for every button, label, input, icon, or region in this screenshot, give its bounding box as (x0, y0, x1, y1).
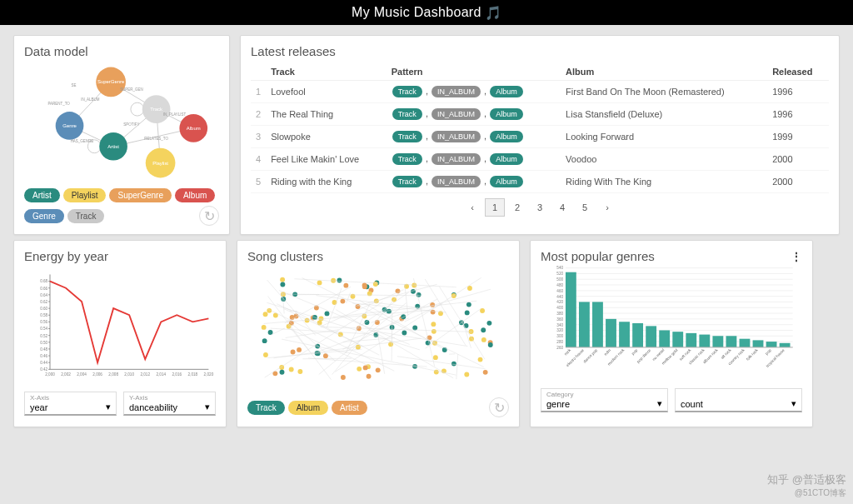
svg-text:0.60: 0.60 (40, 307, 47, 311)
svg-text:dance pop: dance pop (582, 348, 598, 364)
music-icon: 🎵 (485, 5, 501, 21)
reload-icon[interactable]: ↻ (489, 397, 509, 417)
svg-point-160 (442, 347, 447, 352)
svg-line-220 (397, 357, 486, 369)
svg-rect-300 (766, 342, 777, 347)
svg-point-170 (465, 310, 470, 315)
svg-text:2,012: 2,012 (140, 372, 150, 377)
svg-text:2,018: 2,018 (188, 372, 198, 377)
svg-text:420: 420 (556, 300, 563, 304)
svg-point-120 (280, 282, 285, 287)
svg-line-236 (357, 292, 409, 329)
svg-point-104 (466, 302, 471, 307)
svg-text:0.66: 0.66 (40, 287, 47, 291)
svg-text:460: 460 (556, 289, 563, 293)
svg-line-237 (321, 327, 472, 332)
genres-bar-chart: 2602803003203403603804004204404604805005… (541, 263, 802, 382)
header-title: My Music Dashboard (352, 5, 481, 20)
svg-line-201 (267, 349, 362, 357)
x-axis-select[interactable]: X-Axis year▾ (24, 392, 117, 416)
svg-text:360: 360 (556, 317, 563, 322)
table-row[interactable]: 5Riding with the KingTrack , IN_ALBUM , … (251, 171, 829, 193)
svg-line-230 (347, 292, 351, 303)
genres-card: Most popular genres ⋮ 260280300320340360… (530, 240, 813, 427)
svg-text:PARENT_TO: PARENT_TO (47, 102, 70, 106)
svg-text:520: 520 (556, 272, 563, 276)
svg-text:2,004: 2,004 (77, 372, 87, 377)
category-select[interactable]: Category genre▾ (541, 388, 668, 412)
svg-point-158 (325, 311, 330, 316)
chip-track[interactable]: Track (67, 209, 105, 223)
svg-rect-294 (726, 336, 737, 347)
table-row[interactable]: 3SlowpokeTrack , IN_ALBUM , AlbumLooking… (251, 126, 829, 148)
svg-point-124 (289, 367, 294, 372)
pager-page[interactable]: 1 (485, 198, 505, 217)
y-axis-select[interactable]: Y-Axis danceability▾ (123, 392, 216, 416)
svg-text:540: 540 (556, 266, 563, 270)
svg-point-150 (291, 350, 296, 355)
svg-point-179 (262, 338, 267, 343)
kebab-menu-icon[interactable]: ⋮ (791, 250, 802, 263)
cluster-graph[interactable] (247, 268, 509, 389)
svg-text:pop dance: pop dance (636, 348, 651, 364)
svg-point-84 (280, 370, 285, 375)
col-header: Released (767, 63, 829, 81)
svg-point-116 (263, 352, 268, 357)
table-row[interactable]: 2The Real ThingTrack , IN_ALBUM , AlbumL… (251, 103, 829, 126)
svg-text:300: 300 (556, 334, 563, 338)
pager-page[interactable]: 4 (552, 198, 572, 217)
data-model-graph[interactable]: SuperGenreTrackGenreAlbumArtistPlaylistS… (24, 63, 219, 180)
chip-genre[interactable]: Genre (24, 209, 64, 223)
svg-point-73 (356, 304, 361, 309)
svg-point-177 (412, 325, 417, 330)
svg-text:SE: SE (72, 83, 77, 87)
chip-album[interactable]: Album (288, 401, 328, 415)
table-row[interactable]: 1LovefoolTrack , IN_ALBUM , AlbumFirst B… (251, 81, 829, 103)
svg-line-183 (268, 309, 394, 371)
svg-point-111 (373, 282, 378, 287)
chip-album[interactable]: Album (175, 188, 215, 202)
watermark: 知乎 @普适极客 @51CTO博客 (767, 472, 846, 499)
table-row[interactable]: 4Feel Like Makin' LoveTrack , IN_ALBUM ,… (251, 148, 829, 171)
svg-rect-286 (672, 332, 683, 347)
svg-line-192 (369, 331, 467, 347)
pager-prev[interactable]: ‹ (462, 198, 482, 217)
chip-supergenre[interactable]: SuperGenre (109, 188, 171, 202)
svg-rect-282 (646, 326, 656, 347)
svg-point-139 (351, 294, 356, 299)
svg-point-143 (357, 367, 362, 372)
svg-point-130 (362, 282, 367, 287)
svg-line-187 (277, 304, 292, 311)
pager-next[interactable]: › (597, 198, 617, 217)
svg-text:500: 500 (556, 277, 563, 282)
svg-text:0.56: 0.56 (40, 320, 47, 324)
svg-rect-280 (632, 323, 643, 347)
svg-rect-278 (619, 322, 630, 347)
chip-track[interactable]: Track (247, 401, 285, 415)
metric-select[interactable]: count▾ (675, 388, 802, 412)
svg-point-74 (412, 283, 417, 288)
col-header: Pattern (387, 63, 561, 81)
svg-point-133 (363, 365, 368, 370)
svg-text:440: 440 (556, 295, 563, 299)
chip-playlist[interactable]: Playlist (63, 188, 107, 202)
svg-text:0.44: 0.44 (40, 361, 47, 365)
svg-point-105 (297, 347, 302, 352)
svg-text:Track: Track (150, 107, 162, 112)
svg-text:pop: pop (765, 348, 772, 356)
pager-page[interactable]: 2 (507, 198, 527, 217)
svg-line-235 (282, 339, 456, 375)
chip-artist[interactable]: Artist (24, 188, 60, 202)
svg-rect-298 (753, 340, 764, 347)
svg-text:0.68: 0.68 (40, 279, 47, 283)
svg-point-80 (415, 304, 420, 309)
svg-text:2,000: 2,000 (45, 372, 55, 377)
svg-point-132 (433, 355, 438, 360)
pager-page[interactable]: 3 (530, 198, 550, 217)
energy-card: Energy by year 0.420.440.460.480.500.520… (13, 240, 227, 427)
svg-point-125 (376, 367, 381, 372)
pager-page[interactable]: 5 (575, 198, 595, 217)
reload-icon[interactable]: ↻ (199, 206, 219, 226)
chip-artist[interactable]: Artist (332, 401, 367, 415)
svg-text:0.42: 0.42 (40, 367, 47, 372)
